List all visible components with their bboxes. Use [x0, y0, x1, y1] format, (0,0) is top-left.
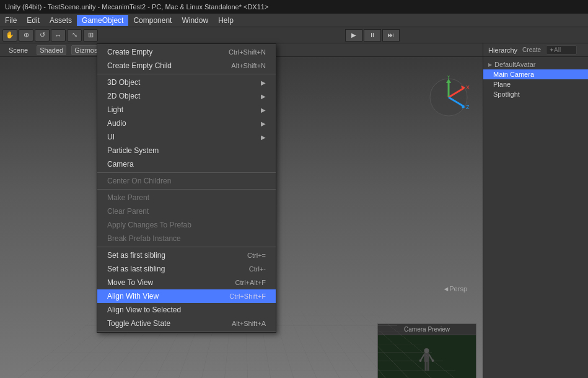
hierarchy-item-defaultavatar[interactable]: ▶ DefaultAvatar [483, 59, 588, 69]
menu-help[interactable]: Help [213, 15, 239, 26]
dropdown-make-parent[interactable]: Make Parent [97, 191, 276, 204]
gameobject-dropdown: Create Empty Ctrl+Shift+N Create Empty C… [97, 43, 276, 333]
dropdown-3dobject[interactable]: 3D Object ▶ [97, 76, 276, 89]
svg-line-23 [429, 354, 433, 361]
dropdown-center-children[interactable]: Center On Children [97, 174, 276, 188]
camera-preview-header: Camera Preview [378, 324, 476, 335]
dropdown-light[interactable]: Light ▶ [97, 103, 276, 116]
hierarchy-item-label: Spotlight [493, 90, 520, 98]
dropdown-clear-parent[interactable]: Clear Parent [97, 204, 276, 218]
dropdown-create-empty[interactable]: Create Empty Ctrl+Shift+N [97, 45, 276, 59]
svg-line-22 [421, 354, 424, 361]
svg-point-20 [424, 348, 429, 353]
hierarchy-item-label: Plane [493, 81, 511, 88]
menu-window[interactable]: Window [177, 15, 213, 26]
scene-gizmo[interactable]: Y X Z [427, 76, 470, 119]
hierarchy-item-maincamera[interactable]: Main Camera [483, 69, 588, 79]
dropdown-break-prefab[interactable]: Break Prefab Instance [97, 232, 276, 245]
menu-component[interactable]: Component [128, 15, 177, 26]
dropdown-ui[interactable]: UI ▶ [97, 130, 276, 144]
dropdown-toggle-active[interactable]: Toggle Active State Alt+Shift+A [97, 317, 276, 330]
dropdown-move-to-view[interactable]: Move To View Ctrl+Alt+F [97, 276, 276, 289]
persp-label: ◄Persp [442, 285, 467, 292]
dropdown-align-with-view[interactable]: Align With View Ctrl+Shift+F [97, 289, 276, 303]
hierarchy-item-label: DefaultAvatar [494, 61, 535, 68]
dropdown-section-prefab: Make Parent Clear Parent Apply Changes T… [97, 190, 276, 247]
dropdown-last-sibling[interactable]: Set as last sibling Ctrl+- [97, 262, 276, 276]
tool-rect[interactable]: ⤡ [67, 29, 82, 42]
expand-icon: ▶ [488, 62, 492, 68]
tool-scale[interactable]: ↔ [51, 29, 66, 42]
hierarchy-header: Hierarchy Create [483, 43, 588, 57]
dropdown-particle-system[interactable]: Particle System [97, 144, 276, 157]
dropdown-first-sibling[interactable]: Set as first sibling Ctrl+= [97, 248, 276, 262]
play-button[interactable]: ▶ [345, 29, 362, 42]
hierarchy-create-button[interactable]: Create [522, 46, 541, 53]
toolbar: ✋ ⊕ ↺ ↔ ⤡ ⊞ ▶ ⏸ ⏭ [0, 27, 588, 43]
menu-edit[interactable]: Edit [22, 15, 45, 26]
preview-character [419, 346, 435, 378]
menu-bar: File Edit Assets GameObject Component Wi… [0, 14, 588, 27]
hierarchy-panel: Hierarchy Create ▶ DefaultAvatar Main Ca… [483, 43, 588, 378]
tool-move[interactable]: ⊕ [19, 29, 33, 42]
menu-assets[interactable]: Assets [45, 15, 77, 26]
svg-rect-24 [425, 362, 427, 371]
hierarchy-content: ▶ DefaultAvatar Main Camera Plane Spotli… [483, 57, 588, 378]
shading-dropdown[interactable]: Shaded [37, 45, 66, 55]
hierarchy-title: Hierarchy [488, 46, 517, 54]
title-bar: Unity (64bit) - TestScene.unity - Mecani… [0, 0, 588, 14]
dropdown-section-create: Create Empty Ctrl+Shift+N Create Empty C… [97, 44, 276, 74]
tool-hand[interactable]: ✋ [2, 29, 17, 42]
hierarchy-item-label: Main Camera [493, 71, 534, 78]
hierarchy-item-plane[interactable]: Plane [483, 79, 588, 89]
svg-rect-21 [424, 353, 429, 362]
dropdown-camera[interactable]: Camera [97, 157, 276, 171]
hierarchy-search-input[interactable] [546, 45, 577, 55]
hierarchy-item-spotlight[interactable]: Spotlight [483, 89, 588, 99]
title-text: Unity (64bit) - TestScene.unity - Mecani… [5, 3, 268, 11]
step-button[interactable]: ⏭ [382, 29, 400, 42]
menu-file[interactable]: File [0, 15, 22, 26]
dropdown-section-view: Set as first sibling Ctrl+= Set as last … [97, 247, 276, 332]
main-content: Scene Shaded Gizmos ✦All [0, 43, 588, 378]
menu-gameobject[interactable]: GameObject [77, 15, 128, 26]
dropdown-align-view-selected[interactable]: Align View to Selected [97, 303, 276, 317]
tool-transform[interactable]: ⊞ [83, 29, 98, 42]
dropdown-create-empty-child[interactable]: Create Empty Child Alt+Shift+N [97, 59, 276, 73]
svg-text:Y: Y [447, 76, 450, 80]
camera-preview: Camera Preview [377, 323, 476, 378]
svg-point-26 [419, 359, 422, 362]
svg-text:X: X [466, 84, 470, 90]
camera-preview-viewport [378, 335, 476, 378]
dropdown-2dobject[interactable]: 2D Object ▶ [97, 89, 276, 103]
pause-button[interactable]: ⏸ [364, 29, 381, 42]
svg-point-27 [432, 359, 434, 362]
dropdown-section-center: Center On Children [97, 173, 276, 190]
scene-tab[interactable]: Scene [5, 45, 32, 55]
svg-rect-25 [428, 362, 429, 371]
svg-text:Z: Z [466, 104, 470, 110]
tool-rotate[interactable]: ↺ [35, 29, 50, 42]
dropdown-audio[interactable]: Audio ▶ [97, 116, 276, 130]
dropdown-section-objects: 3D Object ▶ 2D Object ▶ Light ▶ Audio ▶ … [97, 74, 276, 173]
dropdown-apply-prefab[interactable]: Apply Changes To Prefab [97, 218, 276, 232]
